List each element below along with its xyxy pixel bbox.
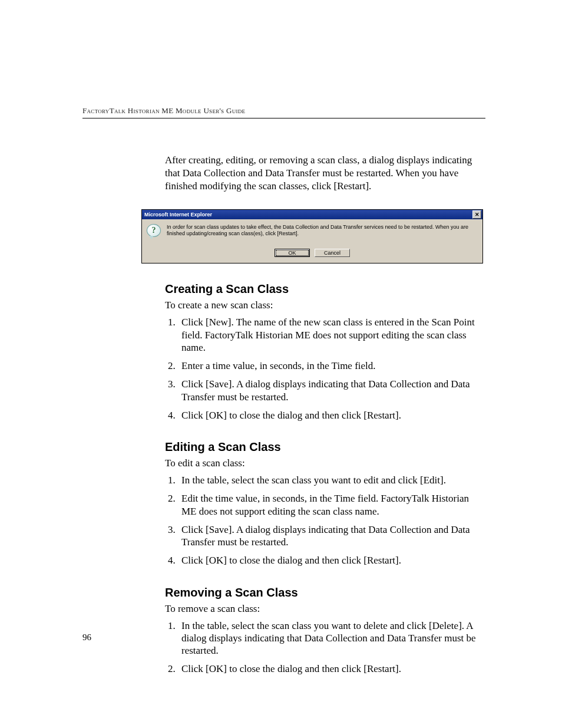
running-header: FactoryTalk Historian ME Module User's G… bbox=[82, 106, 485, 118]
page-number: 96 bbox=[82, 633, 91, 643]
dialog-button-row: OK Cancel bbox=[147, 249, 478, 257]
running-header-text: FactoryTalk Historian ME Module User's G… bbox=[82, 106, 245, 115]
section-heading: Creating a Scan Class bbox=[165, 282, 485, 296]
cancel-button[interactable]: Cancel bbox=[315, 249, 350, 257]
section-intro: To create a new scan class: bbox=[165, 299, 485, 311]
dialog-message: In order for scan class updates to take … bbox=[167, 224, 478, 237]
list-item: Enter a time value, in seconds, in the T… bbox=[178, 360, 485, 372]
list-item: Click [Save]. A dialog displays indicati… bbox=[178, 378, 485, 403]
intro-paragraph-block: After creating, editing, or removing a s… bbox=[165, 154, 485, 193]
section-creating: Creating a Scan Class To create a new sc… bbox=[165, 282, 485, 421]
dialog-titlebar: Microsoft Internet Explorer ✕ bbox=[142, 210, 482, 219]
list-item: Click [OK] to close the dialog and then … bbox=[178, 663, 485, 675]
dialog-window: Microsoft Internet Explorer ✕ ? In order… bbox=[141, 209, 483, 263]
list-item: Click [New]. The name of the new scan cl… bbox=[178, 316, 485, 354]
intro-paragraph: After creating, editing, or removing a s… bbox=[165, 154, 485, 193]
section-heading: Editing a Scan Class bbox=[165, 440, 485, 454]
document-page: FactoryTalk Historian ME Module User's G… bbox=[0, 0, 562, 728]
dialog-screenshot: Microsoft Internet Explorer ✕ ? In order… bbox=[141, 209, 483, 263]
section-removing: Removing a Scan Class To remove a scan c… bbox=[165, 586, 485, 676]
question-icon: ? bbox=[147, 224, 161, 238]
dialog-title: Microsoft Internet Explorer bbox=[143, 212, 212, 218]
close-icon[interactable]: ✕ bbox=[472, 210, 481, 219]
section-steps: In the table, select the scan class you … bbox=[165, 620, 485, 676]
dialog-body: ? In order for scan class updates to tak… bbox=[142, 219, 482, 263]
section-editing: Editing a Scan Class To edit a scan clas… bbox=[165, 440, 485, 567]
list-item: Click [OK] to close the dialog and then … bbox=[178, 409, 485, 421]
list-item: Click [Save]. A dialog displays indicati… bbox=[178, 523, 485, 549]
section-intro: To edit a scan class: bbox=[165, 457, 485, 469]
section-intro: To remove a scan class: bbox=[165, 603, 485, 615]
list-item: Click [OK] to close the dialog and then … bbox=[178, 554, 485, 566]
section-steps: Click [New]. The name of the new scan cl… bbox=[165, 316, 485, 421]
list-item: In the table, select the scan class you … bbox=[178, 474, 485, 486]
list-item: Edit the time value, in seconds, in the … bbox=[178, 492, 485, 518]
section-heading: Removing a Scan Class bbox=[165, 586, 485, 599]
list-item: In the table, select the scan class you … bbox=[178, 620, 485, 657]
ok-button[interactable]: OK bbox=[275, 249, 310, 257]
section-steps: In the table, select the scan class you … bbox=[165, 474, 485, 567]
